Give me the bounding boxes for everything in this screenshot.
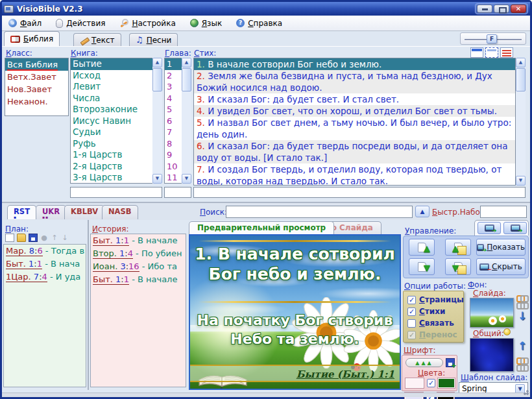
list-item[interactable]: Вся Библия: [5, 58, 68, 71]
open-plan-icon[interactable]: [17, 234, 26, 242]
list-item[interactable]: 2-я Царств: [71, 161, 152, 173]
book-scrollbar[interactable]: ▲ ▼: [152, 58, 162, 184]
minimize-button[interactable]: [477, 5, 492, 13]
resize-grip[interactable]: [521, 387, 529, 396]
show-full-button[interactable]: ➔: [478, 222, 501, 234]
scroll-up-icon[interactable]: ▲: [516, 58, 526, 67]
plan-item[interactable]: 1Цар. 7:4 - И уда: [4, 271, 86, 284]
scrollbar-thumb[interactable]: [182, 68, 191, 91]
history-item[interactable]: Иоан. 3:16 - Ибо та: [91, 260, 186, 273]
checkbox-unchecked[interactable]: [407, 319, 416, 328]
fill-color-swatch[interactable]: [405, 378, 424, 388]
page-down-button[interactable]: ▼: [409, 258, 435, 275]
list-item[interactable]: Исход: [71, 70, 152, 82]
verse-row[interactable]: 1. В начале сотворил Бог небо и землю.: [194, 58, 515, 70]
chain-icon[interactable]: [516, 302, 527, 308]
chain-icon[interactable]: [516, 365, 527, 370]
move-up-icon[interactable]: ↑: [51, 234, 58, 242]
list-item[interactable]: Нов.Завет: [5, 83, 68, 95]
list-item[interactable]: 10: [165, 161, 182, 173]
chapter-scrollbar[interactable]: ▲ ▼: [182, 58, 191, 184]
list-item[interactable]: 1: [165, 58, 182, 70]
menu-file[interactable]: Файл: [6, 18, 44, 29]
list-item[interactable]: 8: [165, 138, 182, 150]
scroll-down-icon[interactable]: ▼: [152, 174, 162, 184]
menu-actions[interactable]: Действия: [53, 18, 108, 29]
list-item[interactable]: 3: [165, 81, 182, 93]
close-button[interactable]: ✕: [511, 5, 526, 13]
book-quick-input[interactable]: [70, 187, 162, 198]
list-item[interactable]: 3-я Царств: [71, 172, 152, 184]
list-item[interactable]: Руфь: [71, 138, 152, 150]
plan-item[interactable]: Мар. 8:6 - Тогда в: [4, 245, 86, 258]
verse-up-button[interactable]: ▲: [445, 239, 471, 256]
list-item[interactable]: Судьи: [71, 127, 152, 138]
save-plan-icon[interactable]: [29, 234, 38, 242]
verse-row[interactable]: 4. И увидел Бог свет, что он хорош, и от…: [194, 105, 515, 117]
slider-thumb[interactable]: F: [487, 34, 497, 43]
stop-icon[interactable]: ●: [40, 234, 48, 242]
apply-up-icon[interactable]: ↑: [518, 339, 527, 352]
list-item[interactable]: Числа: [71, 93, 152, 104]
tab-text[interactable]: Текст: [73, 33, 121, 46]
hide-button[interactable]: −Скрыть: [476, 258, 526, 275]
verse-row[interactable]: 3. И сказал Бог: да будет свет. И стал с…: [194, 93, 515, 105]
tab-songs[interactable]: ♫Песни: [129, 33, 178, 46]
list-item[interactable]: Ветх.Завет: [5, 71, 68, 83]
scrollbar-thumb[interactable]: [516, 68, 526, 91]
checkbox-checked[interactable]: [407, 308, 416, 316]
translation-tab-kblbv[interactable]: KBLBV: [64, 205, 104, 219]
move-down-icon[interactable]: ↓: [61, 234, 69, 242]
list-item[interactable]: Бытие: [71, 58, 152, 70]
scroll-up-icon[interactable]: ▲: [152, 58, 162, 67]
verse-scrollbar[interactable]: ▲ ▼: [516, 58, 526, 186]
verse-row[interactable]: 7. И создал Бог твердь, и отделил воду, …: [194, 163, 515, 186]
chapter-quick-input[interactable]: [164, 187, 191, 198]
list-item[interactable]: 4-я Царств: [71, 184, 152, 184]
option-pages[interactable]: Страницы: [407, 295, 464, 304]
tab-bible[interactable]: Библия: [4, 31, 60, 46]
common-background-thumbnail[interactable]: [470, 338, 514, 372]
translation-tab-nasb[interactable]: NASB: [102, 205, 138, 219]
option-verses[interactable]: Стихи: [407, 307, 445, 316]
list-view-icon[interactable]: [500, 47, 513, 58]
menu-settings[interactable]: Настройка: [117, 18, 178, 29]
list-item[interactable]: 4: [165, 93, 182, 104]
list-item[interactable]: 9: [165, 149, 182, 161]
list-item[interactable]: Иисус Навин: [71, 115, 152, 127]
quickset-input[interactable]: [480, 206, 527, 218]
scroll-down-icon[interactable]: ▼: [182, 174, 191, 184]
verse-quick-input[interactable]: [193, 187, 526, 198]
option-link[interactable]: Связать: [407, 319, 454, 328]
tab-preview[interactable]: Предварительный просмотр: [189, 221, 334, 234]
history-item[interactable]: Втор. 1:4 - По убиен: [91, 247, 186, 260]
list-item[interactable]: Второзаконие: [71, 104, 152, 115]
list-item[interactable]: 5: [165, 104, 182, 115]
link-icon[interactable]: [516, 357, 527, 363]
list-item[interactable]: 2: [165, 70, 182, 82]
menu-language[interactable]: Язык: [187, 18, 224, 29]
list-item[interactable]: 7: [165, 127, 182, 138]
checkbox-checked[interactable]: [427, 379, 435, 387]
show-next-button[interactable]: ➔: [503, 222, 527, 234]
font-grow-button[interactable]: ▲▲▲: [405, 358, 443, 367]
search-up-button[interactable]: ▲: [415, 206, 429, 217]
history-item[interactable]: Быт. 1:1 - В начале: [91, 273, 186, 286]
translation-tab-rst[interactable]: RST▪: [7, 205, 36, 219]
window-frame-icon[interactable]: [485, 47, 498, 58]
slide-background-thumbnail[interactable]: [470, 298, 514, 328]
maximize-button[interactable]: [494, 5, 509, 13]
scrollbar-thumb[interactable]: [152, 68, 162, 91]
link-icon[interactable]: [516, 295, 527, 300]
verse-down-button[interactable]: ▼: [445, 258, 471, 275]
new-plan-icon[interactable]: [5, 234, 14, 242]
search-input[interactable]: [226, 206, 413, 218]
plan-item[interactable]: Быт. 1:1 - В нача: [4, 258, 86, 271]
save-font-icon[interactable]: [446, 358, 455, 367]
window-normal-icon[interactable]: [470, 47, 483, 58]
scroll-down-icon[interactable]: ▼: [516, 176, 526, 186]
list-item[interactable]: 12: [165, 184, 182, 184]
list-item[interactable]: Левит: [71, 81, 152, 93]
translation-tab-ukr[interactable]: UKR▪▪: [36, 205, 66, 219]
verse-row[interactable]: 5. И назвал Бог свет днем, а тьму ночью.…: [194, 117, 515, 140]
